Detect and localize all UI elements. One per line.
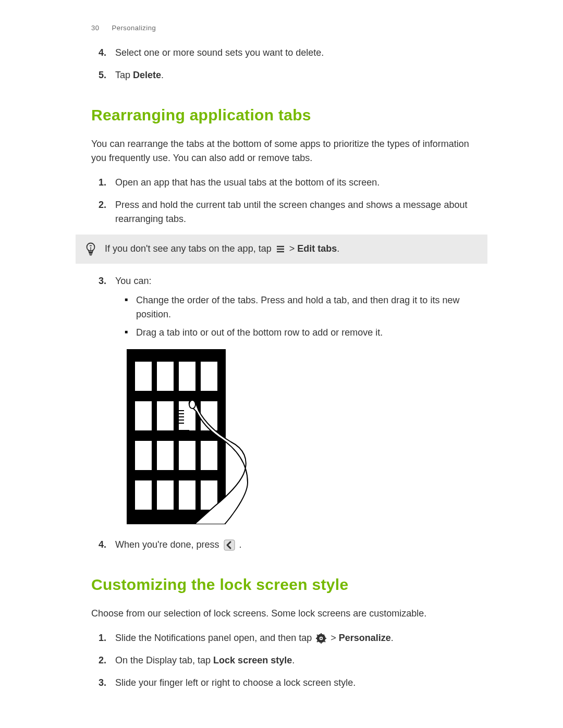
svg-point-32 xyxy=(189,400,195,409)
step-number: 1. xyxy=(99,176,106,190)
section1-step-1: 1. Open an app that has the usual tabs a… xyxy=(115,176,472,190)
step-text-pre: Slide the Notifications panel open, and … xyxy=(115,633,314,643)
step-text: You can: xyxy=(115,276,151,286)
svg-rect-21 xyxy=(135,480,152,510)
step-number: 3. xyxy=(99,274,106,288)
svg-rect-19 xyxy=(179,441,195,470)
svg-rect-13 xyxy=(135,401,152,430)
section2-step-1: 1. Slide the Notifications panel open, a… xyxy=(115,631,472,645)
step-number: 1. xyxy=(99,631,106,645)
step-text-pre: On the Display tab, tap xyxy=(115,655,213,665)
svg-rect-10 xyxy=(157,362,174,391)
svg-point-45 xyxy=(321,637,322,639)
svg-rect-17 xyxy=(135,441,152,470)
step-number: 5. xyxy=(99,68,106,82)
svg-rect-9 xyxy=(135,362,152,391)
step-number: 3. xyxy=(99,676,106,690)
section2-step-2: 2. On the Display tab, tap Lock screen s… xyxy=(115,653,472,668)
back-icon xyxy=(224,539,235,551)
step-bold: Lock screen style xyxy=(213,655,292,665)
page-header: 30 Personalizing xyxy=(91,23,472,33)
step-sep: > xyxy=(328,633,339,643)
svg-rect-11 xyxy=(179,362,195,391)
section1-step-2: 2. Press and hold the current tab until … xyxy=(115,198,472,226)
tip-callout: If you don't see any tabs on the app, ta… xyxy=(76,235,487,264)
tip-post: . xyxy=(337,243,339,254)
bullet-1: Change the order of the tabs. Press and … xyxy=(136,293,472,322)
svg-rect-39 xyxy=(324,638,326,639)
svg-rect-24 xyxy=(201,480,217,510)
section-title-rearranging: Rearranging application tabs xyxy=(91,103,472,127)
step-post: . xyxy=(292,655,295,665)
step-text: Press and hold the current tab until the… xyxy=(115,200,467,224)
section-title-lockscreen: Customizing the lock screen style xyxy=(91,573,472,596)
section1-steps-cont: 3. You can: Change the order of the tabs… xyxy=(91,274,472,552)
svg-rect-12 xyxy=(201,362,217,391)
section1-steps: 1. Open an app that has the usual tabs a… xyxy=(91,176,472,226)
step-text-pre: When you're done, press xyxy=(115,539,222,550)
step-text-post: . xyxy=(239,539,242,550)
tip-sep: > xyxy=(289,243,298,254)
sub-bullets: Change the order of the tabs. Press and … xyxy=(115,293,472,340)
menu-icon xyxy=(276,245,285,253)
drag-tabs-illustration xyxy=(127,349,472,528)
step-number: 2. xyxy=(99,653,106,668)
step-bold: Personalize xyxy=(339,633,391,643)
bullet-2: Drag a tab into or out of the bottom row… xyxy=(136,326,472,340)
top-steps-list: 4. Select one or more sound sets you wan… xyxy=(91,46,472,82)
tip-pre: If you don't see any tabs on the app, ta… xyxy=(105,243,274,254)
top-step-4: 4. Select one or more sound sets you wan… xyxy=(115,46,472,60)
svg-rect-22 xyxy=(157,480,174,510)
page-number: 30 xyxy=(91,24,99,32)
svg-rect-23 xyxy=(179,480,195,510)
step-text: Open an app that has the usual tabs at t… xyxy=(115,177,380,188)
section1-step-4: 4. When you're done, press . xyxy=(115,538,472,552)
svg-rect-38 xyxy=(316,638,318,639)
page: 30 Personalizing 4. Select one or more s… xyxy=(0,0,563,728)
svg-rect-20 xyxy=(201,441,217,470)
section1-step-3: 3. You can: Change the order of the tabs… xyxy=(115,274,472,528)
step-post: . xyxy=(391,633,394,643)
gear-icon xyxy=(316,633,326,644)
svg-rect-18 xyxy=(157,441,174,470)
step-number: 4. xyxy=(99,538,106,552)
tip-bold: Edit tabs xyxy=(297,243,337,254)
svg-rect-37 xyxy=(321,641,322,644)
section2-step-3: 3. Slide your finger left or right to ch… xyxy=(115,676,472,690)
section2-intro: Choose from our selection of lock screen… xyxy=(91,607,472,621)
top-step-5: 5. Tap Delete. xyxy=(115,68,472,82)
step-number: 4. xyxy=(99,46,106,60)
step-text: Select one or more sound sets you want t… xyxy=(115,47,324,58)
step-text-bold: Delete xyxy=(133,70,161,80)
step-text-post: . xyxy=(161,70,164,80)
section1-intro: You can rearrange the tabs at the bottom… xyxy=(91,137,472,165)
step-text: Slide your finger left or right to choos… xyxy=(115,677,356,688)
step-text-pre: Tap xyxy=(115,70,133,80)
header-section: Personalizing xyxy=(112,24,156,32)
step-number: 2. xyxy=(99,198,106,212)
tip-text: If you don't see any tabs on the app, ta… xyxy=(105,242,477,256)
lightbulb-icon xyxy=(83,242,99,256)
svg-rect-36 xyxy=(321,633,322,635)
section2-steps: 1. Slide the Notifications panel open, a… xyxy=(91,631,472,690)
svg-rect-33 xyxy=(224,540,235,550)
svg-rect-14 xyxy=(157,401,174,430)
